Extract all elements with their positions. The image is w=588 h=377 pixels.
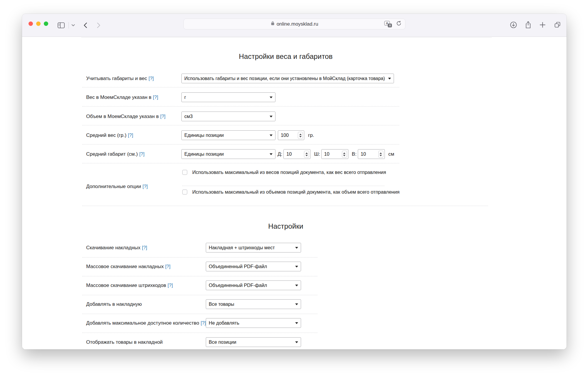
row-bulk-invoice-download: Массовое скачивание накладных[?] Объедин… bbox=[86, 262, 301, 271]
share-icon[interactable] bbox=[525, 21, 532, 30]
separator bbox=[82, 125, 399, 125]
url-text: online.moysklad.ru bbox=[277, 21, 318, 27]
row-add-max-quantity: Добавлять максимальное доступное количес… bbox=[86, 318, 301, 328]
section-separator bbox=[82, 206, 488, 206]
separator bbox=[82, 333, 318, 333]
field-label: Вес в МоемСкладе указан в bbox=[86, 94, 151, 100]
add-to-invoice-select[interactable]: Все товары bbox=[206, 299, 301, 309]
help-link[interactable]: [?] bbox=[148, 76, 154, 81]
help-link[interactable]: [?] bbox=[168, 283, 173, 288]
max-volume-checkbox[interactable] bbox=[182, 190, 187, 195]
field-label: Отображать товары в накладной bbox=[86, 339, 163, 345]
row-extra-options-label: Дополнительные опции[?] bbox=[86, 183, 148, 190]
stepper-icon[interactable] bbox=[378, 151, 383, 158]
toolbar-right-icons bbox=[510, 14, 561, 37]
chevron-down-icon bbox=[295, 266, 298, 268]
downloads-icon[interactable] bbox=[510, 21, 517, 30]
chevron-down-icon[interactable] bbox=[70, 14, 76, 37]
checkbox-label: Использовать максимальный из весов позиц… bbox=[192, 170, 386, 175]
safari-window: online.moysklad.ru A bbox=[22, 14, 567, 349]
show-products-select[interactable]: Все позиции bbox=[206, 337, 301, 347]
unit-label: гр. bbox=[308, 132, 314, 138]
chevron-down-icon bbox=[295, 247, 298, 249]
field-label: Средний вес (гр.) bbox=[86, 132, 126, 138]
checkbox-label: Использовать максимальный из объемов поз… bbox=[192, 189, 400, 195]
back-button-icon[interactable] bbox=[81, 14, 89, 37]
field-label: Добавлять максимальное доступное количес… bbox=[86, 320, 199, 326]
separator bbox=[82, 276, 318, 276]
invoice-download-select[interactable]: Накладная + штрихкоды мест bbox=[206, 243, 301, 253]
help-link[interactable]: [?] bbox=[143, 184, 148, 189]
tab-overview-icon[interactable] bbox=[554, 21, 561, 30]
stepper-icon[interactable] bbox=[298, 132, 303, 139]
field-label: Учитывать габариты и вес bbox=[86, 76, 147, 81]
help-link[interactable]: [?] bbox=[160, 114, 166, 119]
separator bbox=[82, 144, 399, 145]
dim-length-input[interactable]: 10 bbox=[283, 149, 310, 159]
field-label: Скачивание накладных bbox=[86, 245, 141, 250]
separator bbox=[82, 87, 399, 87]
separator bbox=[82, 163, 399, 163]
stepper-icon[interactable] bbox=[342, 151, 347, 158]
field-label: Объем в МоемСкладе указан в bbox=[86, 114, 159, 119]
average-weight-input[interactable]: 100 bbox=[278, 130, 304, 140]
translate-icon[interactable]: A bbox=[384, 21, 392, 27]
help-link[interactable]: [?] bbox=[142, 245, 147, 250]
volume-unit-select[interactable]: см3 bbox=[181, 112, 275, 121]
browser-toolbar: online.moysklad.ru A bbox=[22, 14, 567, 37]
chevron-down-icon bbox=[270, 97, 273, 98]
average-dimension-source-select[interactable]: Единицы позиции bbox=[181, 149, 275, 159]
field-label: Массовое скачивание накладных bbox=[86, 264, 164, 269]
chevron-down-icon bbox=[295, 285, 298, 286]
help-link[interactable]: [?] bbox=[139, 152, 145, 157]
row-consider-dimensions: Учитывать габариты и вес[?] Использовать… bbox=[86, 74, 394, 83]
consider-dimensions-select[interactable]: Использовать габариты и вес позиции, есл… bbox=[181, 74, 394, 83]
separator bbox=[182, 186, 385, 186]
desktop-background: online.moysklad.ru A bbox=[0, 0, 588, 377]
help-link[interactable]: [?] bbox=[153, 95, 158, 100]
dim-width-label: Ш: bbox=[314, 151, 320, 157]
chevron-down-icon bbox=[388, 78, 391, 79]
toolbar-divider bbox=[69, 22, 69, 29]
help-link[interactable]: [?] bbox=[165, 264, 171, 269]
help-link[interactable]: [?] bbox=[201, 320, 206, 325]
chevron-down-icon bbox=[295, 322, 298, 324]
row-invoice-download: Скачивание накладных[?] Накладная + штри… bbox=[86, 243, 301, 253]
separator bbox=[82, 257, 318, 258]
field-label: Массовое скачивание штрихкодов bbox=[86, 283, 166, 288]
row-weight-unit: Вес в МоемСкладе указан в[?] г bbox=[86, 92, 275, 102]
help-link[interactable]: [?] bbox=[128, 133, 133, 138]
fullscreen-button[interactable] bbox=[44, 21, 48, 26]
separator bbox=[82, 106, 399, 107]
dim-width-input[interactable]: 10 bbox=[321, 149, 348, 159]
row-average-weight: Средний вес (гр.)[?] Единицы позиции 100… bbox=[86, 130, 314, 140]
row-volume-unit: Объем в МоемСкладе указан в[?] см3 bbox=[86, 112, 275, 121]
reload-icon[interactable] bbox=[396, 21, 402, 28]
stepper-icon[interactable] bbox=[304, 151, 309, 158]
option-max-weight-row: Использовать максимальный из весов позиц… bbox=[182, 167, 386, 177]
dim-length-label: Д: bbox=[278, 151, 282, 157]
minimize-button[interactable] bbox=[36, 21, 41, 26]
separator bbox=[82, 295, 318, 295]
chevron-down-icon bbox=[270, 134, 273, 136]
chevron-down-icon bbox=[270, 153, 273, 155]
add-max-quantity-select[interactable]: Не добавлять bbox=[206, 318, 301, 328]
chevron-down-icon bbox=[295, 341, 298, 343]
new-tab-icon[interactable] bbox=[539, 21, 546, 29]
address-bar[interactable]: online.moysklad.ru A bbox=[183, 19, 405, 29]
weight-unit-select[interactable]: г bbox=[181, 92, 275, 102]
max-weight-checkbox[interactable] bbox=[182, 170, 187, 175]
bulk-invoice-download-select[interactable]: Объединенный PDF-файл bbox=[206, 262, 301, 271]
forward-button-icon[interactable] bbox=[95, 14, 102, 37]
row-bulk-barcode-download: Массовое скачивание штрихкодов[?] Объеди… bbox=[86, 280, 301, 290]
close-button[interactable] bbox=[29, 21, 33, 26]
lock-icon bbox=[271, 21, 275, 27]
field-label: Средний габарит (см.) bbox=[86, 151, 138, 157]
unit-label: см bbox=[388, 151, 394, 157]
dim-height-label: В: bbox=[352, 151, 357, 157]
dim-height-input[interactable]: 10 bbox=[358, 149, 385, 159]
average-weight-source-select[interactable]: Единицы позиции bbox=[181, 130, 275, 140]
sidebar-toggle-icon[interactable] bbox=[56, 14, 66, 37]
bulk-barcode-download-select[interactable]: Объединенный PDF-файл bbox=[206, 280, 301, 290]
chevron-down-icon bbox=[295, 303, 298, 305]
